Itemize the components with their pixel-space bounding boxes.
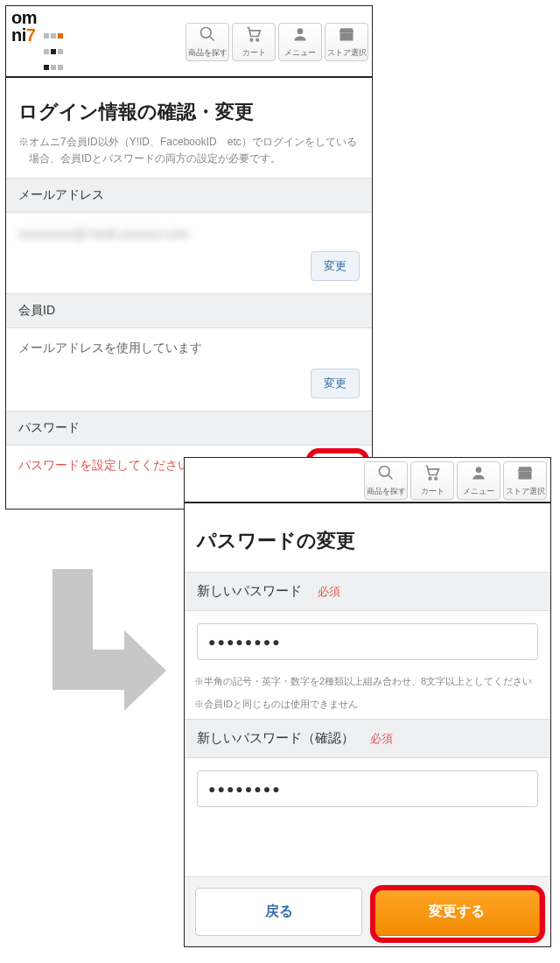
cart-icon — [244, 25, 263, 46]
section-label-email: メールアドレス — [6, 178, 372, 213]
svg-rect-5 — [340, 32, 354, 40]
label-confirm-password: 新しいパスワード（確認） 必須 — [185, 719, 550, 758]
logo-text-1: om — [11, 8, 37, 27]
password-hint-1: ※半角の記号・英字・数字を2種類以上組み合わせ、8文字以上としてください — [185, 667, 550, 697]
store-icon — [516, 464, 534, 484]
nav-label: 商品を探す — [188, 47, 228, 59]
svg-point-0 — [201, 28, 212, 39]
svg-point-8 — [429, 477, 431, 480]
svg-point-4 — [298, 28, 304, 34]
confirm-password-field[interactable] — [197, 770, 538, 807]
label-text: 新しいパスワード — [197, 583, 302, 598]
nav-label: カート — [242, 47, 266, 59]
nav-label: メニュー — [284, 47, 316, 59]
required-badge: 必須 — [370, 732, 393, 745]
page-notice: ※オムニ7会員ID以外（Y!ID、FacebookID etc）でログインをして… — [6, 134, 372, 178]
svg-point-3 — [256, 39, 259, 40]
svg-line-1 — [210, 37, 214, 41]
member-id-value: メールアドレスを使用しています — [18, 339, 360, 369]
screen-change-password: 商品を探す カート メニュー ストア選択 パスワードの変更 — [184, 457, 551, 947]
section-body-member-id: メールアドレスを使用しています 変更 — [6, 328, 372, 411]
change-email-button[interactable]: 変更 — [311, 251, 360, 281]
header-nav: 商品を探す カート メニュー ストア選択 — [364, 461, 547, 500]
user-icon — [470, 464, 487, 484]
cart-icon — [423, 464, 442, 484]
user-icon — [291, 25, 309, 46]
section-body-email: xxxxxxxxx@7andi.xxxxxxx.com 変更 — [6, 213, 372, 293]
flow-arrow-icon — [52, 569, 172, 718]
nav-search-button[interactable]: 商品を探す — [364, 461, 408, 500]
logo-dots-icon — [43, 27, 64, 74]
svg-line-7 — [388, 475, 393, 480]
app-header: 商品を探す カート メニュー ストア選択 — [185, 458, 550, 503]
email-value: xxxxxxxxx@7andi.xxxxxxx.com — [18, 223, 360, 251]
nav-label: カート — [421, 486, 444, 497]
svg-point-10 — [476, 467, 482, 473]
nav-cart-button[interactable]: カート — [232, 23, 276, 61]
required-badge: 必須 — [318, 585, 340, 598]
app-header: om ni7 商品を探す カート — [6, 6, 372, 78]
search-icon — [199, 25, 216, 46]
search-icon — [377, 464, 395, 484]
page-title: パスワードの変更 — [185, 503, 550, 572]
label-text: 新しいパスワード（確認） — [197, 730, 354, 745]
nav-label: ストア選択 — [506, 486, 545, 497]
nav-menu-button[interactable]: メニュー — [457, 461, 500, 500]
change-member-id-button[interactable]: 変更 — [311, 369, 360, 398]
logo-seven: 7 — [26, 25, 36, 45]
label-new-password: 新しいパスワード 必須 — [185, 572, 550, 611]
section-label-member-id: 会員ID — [6, 293, 372, 328]
logo: om ni7 — [11, 10, 64, 74]
submit-button[interactable]: 変更する — [373, 888, 540, 936]
nav-menu-button[interactable]: メニュー — [278, 23, 322, 61]
store-icon — [338, 25, 355, 46]
nav-label: ストア選択 — [327, 47, 367, 59]
svg-rect-11 — [519, 471, 532, 479]
section-label-password: パスワード — [6, 411, 372, 446]
page-title: ログイン情報の確認・変更 — [6, 78, 372, 134]
footer-actions: 戻る 変更する — [185, 876, 550, 946]
nav-store-button[interactable]: ストア選択 — [503, 461, 547, 500]
svg-point-9 — [435, 477, 438, 480]
new-password-field[interactable] — [197, 623, 538, 660]
svg-point-2 — [250, 39, 253, 40]
svg-point-6 — [380, 467, 390, 477]
screen-login-info: om ni7 商品を探す カート — [5, 5, 373, 510]
nav-label: 商品を探す — [367, 486, 406, 497]
back-button[interactable]: 戻る — [195, 888, 362, 936]
nav-search-button[interactable]: 商品を探す — [186, 23, 229, 61]
logo-text-2: ni — [11, 25, 26, 45]
nav-label: メニュー — [463, 486, 494, 497]
header-nav: 商品を探す カート メニュー ストア選択 — [186, 23, 368, 61]
nav-store-button[interactable]: ストア選択 — [325, 23, 368, 61]
password-hint-2: ※会員IDと同じものは使用できません — [185, 697, 550, 720]
nav-cart-button[interactable]: カート — [410, 461, 454, 500]
